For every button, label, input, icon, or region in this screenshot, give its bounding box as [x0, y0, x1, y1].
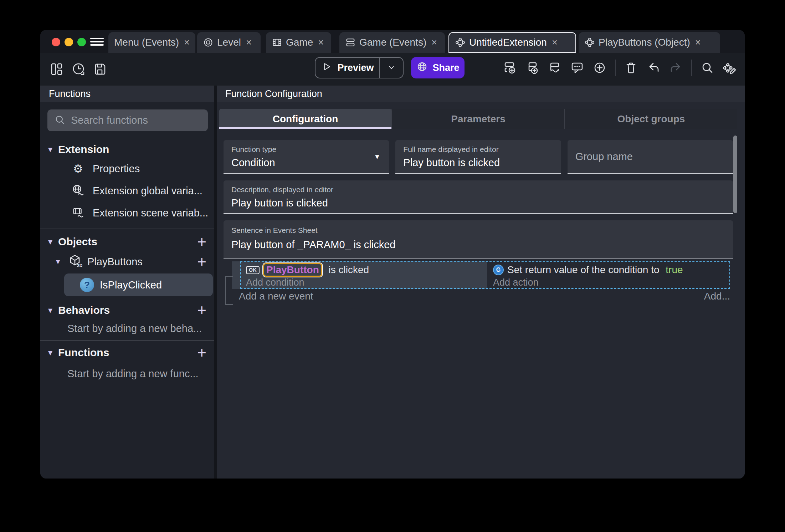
share-label: Share — [432, 62, 459, 73]
tab-label: UntitledExtension — [469, 37, 547, 48]
tab-label: Level — [217, 37, 241, 48]
preview-button[interactable]: Preview — [315, 58, 379, 78]
events-sheet-icon — [345, 37, 356, 48]
close-tab-icon[interactable]: × — [695, 37, 701, 48]
condition-row[interactable]: OK PlayButton is clicked — [246, 264, 369, 276]
section-objects[interactable]: ▾ Objects + — [40, 234, 214, 250]
play-icon — [321, 61, 332, 75]
scrollbar[interactable] — [733, 135, 737, 213]
tab-label: Game — [286, 37, 313, 48]
add-other-event-icon[interactable] — [548, 61, 562, 75]
section-label: Functions — [58, 347, 109, 359]
add-behavior-button[interactable]: + — [197, 304, 206, 317]
object-name-highlight[interactable]: PlayButton — [263, 263, 322, 277]
close-tab-icon[interactable]: × — [552, 37, 558, 48]
full-name-field[interactable]: Full name displayed in editor Play butto… — [395, 140, 561, 174]
sidebar-item-isplayclicked[interactable]: ? IsPlayClicked — [64, 273, 213, 296]
preview-label: Preview — [337, 62, 374, 73]
redo-icon[interactable] — [669, 61, 683, 75]
minimize-window-button[interactable] — [65, 38, 73, 46]
add-more-button[interactable]: Add... — [704, 291, 730, 302]
search-icon[interactable] — [700, 61, 714, 75]
tab-menu-events[interactable]: Menu (Events) × — [108, 32, 195, 53]
group-name-field[interactable] — [568, 140, 733, 174]
add-comment-icon[interactable] — [570, 61, 584, 75]
search-functions-input[interactable] — [71, 114, 205, 126]
chevron-down-icon[interactable]: ▾ — [48, 237, 57, 247]
history-icon[interactable] — [71, 62, 86, 76]
tab-configuration[interactable]: Configuration — [219, 109, 391, 129]
add-object-button[interactable]: + — [197, 235, 206, 248]
content-area: Functions ▾ Extension ⚙ Properties Exten… — [40, 86, 745, 479]
close-window-button[interactable] — [52, 38, 60, 46]
action-row[interactable]: G Set return value of the condition to t… — [493, 264, 683, 276]
toolbar-right-icons — [503, 57, 737, 78]
sidebar-item-extension-global-variables[interactable]: Extension global varia... — [40, 180, 214, 202]
section-label: Behaviors — [58, 304, 110, 316]
scene-variable-icon — [71, 206, 85, 220]
sidebar-item-extension-scene-variables[interactable]: Extension scene variab... — [40, 202, 214, 224]
zoom-window-button[interactable] — [77, 38, 86, 46]
film-icon — [272, 37, 282, 48]
add-circle-icon[interactable] — [592, 61, 607, 75]
search-functions-box[interactable] — [47, 109, 208, 131]
configuration-body: Configuration Parameters Object groups F… — [217, 102, 745, 479]
room-icon — [203, 37, 214, 48]
project-manager-icon[interactable] — [50, 62, 64, 76]
svg-text:2D: 2D — [77, 263, 82, 268]
tab-untitled-extension[interactable]: UntitledExtension × — [448, 32, 576, 53]
tab-playbuttons-object[interactable]: PlayButtons (Object) × — [579, 32, 720, 53]
chevron-down-icon[interactable]: ▾ — [48, 305, 57, 315]
close-tab-icon[interactable]: × — [246, 37, 252, 48]
description-field[interactable]: Description, displayed in editor Play bu… — [224, 180, 733, 214]
tab-label: Game (Events) — [359, 37, 426, 48]
tab-parameters[interactable]: Parameters — [391, 109, 564, 129]
section-functions[interactable]: ▾ Functions + — [40, 344, 214, 361]
section-behaviors[interactable]: ▾ Behaviors + — [40, 302, 214, 318]
close-tab-icon[interactable]: × — [184, 37, 190, 48]
section-label: Extension — [58, 143, 109, 155]
add-condition-button[interactable]: Add condition — [246, 276, 369, 288]
sidebar-title: Functions — [40, 86, 214, 102]
sidebar-item-playbuttons[interactable]: ▾ 2D PlayButtons + — [40, 251, 214, 273]
search-icon — [54, 114, 66, 127]
tab-level[interactable]: Level × — [197, 32, 261, 53]
section-label: Objects — [58, 236, 97, 248]
function-type-select[interactable]: Function type Condition ▼ — [224, 140, 389, 174]
add-object-function-button[interactable]: + — [197, 255, 206, 268]
chevron-down-icon[interactable]: ▾ — [56, 257, 68, 266]
close-tab-icon[interactable]: × — [431, 37, 437, 48]
preview-options-button[interactable] — [380, 58, 403, 78]
tab-label: PlayButtons (Object) — [599, 37, 690, 48]
add-function-button[interactable]: + — [197, 346, 206, 359]
cube-2d-icon: 2D — [68, 254, 82, 270]
sidebar-item-properties[interactable]: ⚙ Properties — [40, 158, 214, 180]
add-event-icon[interactable] — [503, 61, 517, 75]
section-extension[interactable]: ▾ Extension — [40, 141, 214, 158]
delete-icon[interactable] — [624, 61, 638, 75]
tab-game[interactable]: Game × — [266, 32, 331, 53]
add-new-event-button[interactable]: Add a new event — [239, 291, 313, 302]
chevron-down-icon[interactable]: ▾ — [48, 348, 57, 358]
return-value[interactable]: true — [666, 264, 683, 276]
dropdown-arrow-icon: ▼ — [374, 153, 381, 161]
tab-object-groups[interactable]: Object groups — [564, 109, 737, 129]
group-name-input[interactable] — [568, 140, 733, 173]
functions-empty-hint: Start by adding a new func... — [40, 367, 214, 381]
divider — [615, 60, 616, 76]
menu-icon[interactable] — [90, 41, 104, 42]
save-icon[interactable] — [93, 62, 107, 76]
functions-sidebar: Functions ▾ Extension ⚙ Properties Exten… — [40, 86, 214, 479]
divider — [40, 340, 214, 341]
close-tab-icon[interactable]: × — [318, 37, 324, 48]
undo-icon[interactable] — [646, 61, 661, 75]
add-subevent-icon[interactable] — [525, 61, 539, 75]
action-content: G Set return value of the condition to t… — [493, 264, 683, 288]
toolbar: Preview Share — [40, 53, 745, 86]
tab-game-events[interactable]: Game (Events) × — [339, 32, 445, 53]
share-button[interactable]: Share — [411, 57, 465, 78]
sentence-field[interactable]: Sentence in Events Sheet Play button of … — [224, 220, 733, 259]
chevron-down-icon[interactable]: ▾ — [48, 144, 57, 154]
edit-extension-icon[interactable] — [723, 61, 737, 75]
add-action-button[interactable]: Add action — [493, 276, 683, 288]
